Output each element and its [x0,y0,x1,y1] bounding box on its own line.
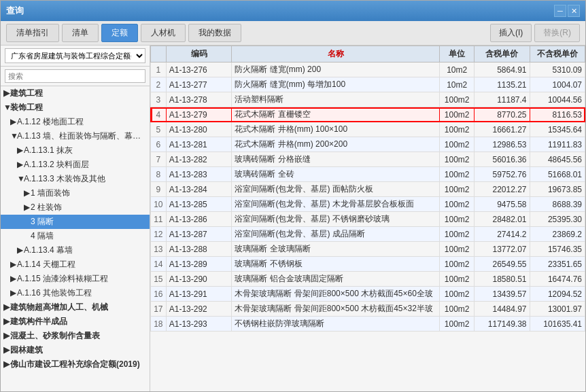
col-unit: 单位 [440,46,475,63]
quota-select[interactable]: 广东省房屋建筑与装饰工程综合定额(2018) [5,48,145,63]
search-input[interactable] [5,69,145,83]
title-bar: 查询 ─ ✕ [1,1,585,21]
cell-num: 12 [151,227,167,242]
cell-price-notax: 19673.85 [530,182,585,197]
table-row[interactable]: 4 A1-13-279 花式木隔断 直栅镂空 100m2 8770.25 811… [151,107,585,122]
cell-name: 防火隔断 缝宽(mm) 200 [232,63,440,77]
cell-price-tax: 22012.27 [475,182,530,197]
cell-code: A1-13-284 [166,182,232,197]
table-row[interactable]: 6 A1-13-281 花式木隔断 井格(mm) 200×200 100m2 1… [151,137,585,152]
table-row[interactable]: 5 A1-13-280 花式木隔断 井格(mm) 100×100 100m2 1… [151,122,585,137]
tree-item[interactable]: 3 隔断 [1,215,150,229]
tree-item[interactable]: ▶A.1.13.2 块料面层 [1,158,150,172]
table-row[interactable]: 8 A1-13-283 玻璃砖隔断 全砖 100m2 59752.76 5166… [151,167,585,182]
search-bar [1,67,150,86]
col-price-tax: 含税单价 [475,46,530,63]
cell-num: 18 [151,317,167,332]
tree-item[interactable]: ▶A.1.14 天棚工程 [1,257,150,272]
table-row[interactable]: 10 A1-13-285 浴室间隔断(包龙骨、基层) 木龙骨基层胶合板板面 10… [151,197,585,212]
table-row[interactable]: 15 A1-13-290 玻璃隔断 铝合金玻璃固定隔断 100m2 18580.… [151,272,585,287]
cell-price-notax: 25395.30 [530,212,585,227]
dropdown-bar: 广东省房屋建筑与装饰工程综合定额(2018) [1,46,150,67]
cell-code: A1-13-285 [166,197,232,212]
tree-item[interactable]: ▶A.1.12 楼地面工程 [1,115,150,129]
table-row[interactable]: 14 A1-13-289 玻璃隔断 不锈钢板 100m2 26549.55 23… [151,257,585,272]
edit-button[interactable]: 替换(R) [534,24,580,42]
table-row[interactable]: 12 A1-13-287 浴室间隔断(包龙骨、基层) 成品隔断 100m2 27… [151,227,585,242]
tree-item[interactable]: ▶园林建筑 [1,343,150,357]
tab-qingdan[interactable]: 清单 [62,24,99,42]
table-row[interactable]: 7 A1-13-282 玻璃砖隔断 分格嵌缝 100m2 56016.36 48… [151,152,585,167]
tree-item[interactable]: ▶混凝土、砂浆制作含量表 [1,329,150,343]
tree-item[interactable]: ▶建筑物超高增加人工、机械 [1,300,150,315]
tree-item[interactable]: ▶佛山市建设工程补充综合定额(2019) [1,357,150,372]
cell-price-notax: 8688.39 [530,197,585,212]
cell-unit: 100m2 [440,197,475,212]
cell-name: 木骨架玻璃隔断 骨架间距800×500 木枋截面45×32半玻 [232,302,440,317]
table-row[interactable]: 17 A1-13-292 木骨架玻璃隔断 骨架间距800×500 木枋截面45×… [151,302,585,317]
cell-price-notax: 10044.56 [530,92,585,107]
cell-price-tax: 8770.25 [475,107,530,122]
cell-code: A1-13-287 [166,227,232,242]
tree-item[interactable]: ▶建筑工程 [1,86,150,101]
tab-dingers[interactable]: 定额 [101,24,138,42]
tree-item[interactable]: ▶建筑构件半成品 [1,315,150,329]
close-button[interactable]: ✕ [568,5,580,17]
col-code: 编码 [166,46,232,63]
cell-num: 11 [151,212,167,227]
data-table: 编码 名称 单位 含税单价 不含税单价 1 A1-13-276 防火隔断 缝宽(… [150,46,585,332]
minimize-button[interactable]: ─ [554,5,566,17]
tree-item[interactable]: ▶A.1.16 其他装饰工程 [1,286,150,300]
cell-unit: 100m2 [440,242,475,257]
tree-item[interactable]: ▶A.1.15 油漆涂料裱糊工程 [1,272,150,286]
table-row[interactable]: 3 A1-13-278 活动塑料隔断 100m2 11187.4 10044.5… [151,92,585,107]
cell-unit: 100m2 [440,227,475,242]
cell-num: 2 [151,77,167,92]
insert-button[interactable]: 插入(I) [490,24,532,42]
tree-item[interactable]: ▶2 柱装饰 [1,200,150,215]
tree-item[interactable]: ▶A.1.13.4 幕墙 [1,243,150,257]
cell-code: A1-13-278 [166,92,232,107]
tree-item[interactable]: ▶A.1.13.1 抹灰 [1,143,150,158]
right-panel: 编码 名称 单位 含税单价 不含税单价 1 A1-13-276 防火隔断 缝宽(… [150,46,585,391]
cell-price-tax: 59752.76 [475,167,530,182]
cell-price-notax: 23869.2 [530,227,585,242]
cell-price-tax: 26549.55 [475,257,530,272]
cell-code: A1-13-277 [166,77,232,92]
cell-name: 玻璃隔断 铝合金玻璃固定隔断 [232,272,440,287]
cell-unit: 100m2 [440,152,475,167]
tab-mydata[interactable]: 我的数据 [188,24,241,42]
cell-code: A1-13-286 [166,212,232,227]
table-row[interactable]: 2 A1-13-277 防火隔断 缝宽(mm) 每增加100 10m2 1135… [151,77,585,92]
table-row[interactable]: 9 A1-13-284 浴室间隔断(包龙骨、基层) 面帖防火板 100m2 22… [151,182,585,197]
cell-code: A1-13-279 [166,107,232,122]
table-row[interactable]: 11 A1-13-286 浴室间隔断(包龙骨、基层) 不锈钢磨砂玻璃 100m2… [151,212,585,227]
tree: ▶建筑工程▼装饰工程▶A.1.12 楼地面工程▼A.1.13 墙、柱面装饰与隔断… [1,86,150,391]
cell-unit: 10m2 [440,63,475,77]
cell-price-notax: 1004.07 [530,77,585,92]
cell-num: 16 [151,287,167,302]
cell-num: 7 [151,152,167,167]
tree-item[interactable]: ▶1 墙面装饰 [1,186,150,200]
table-row[interactable]: 1 A1-13-276 防火隔断 缝宽(mm) 200 10m2 5864.91… [151,63,585,77]
cell-price-tax: 9475.58 [475,197,530,212]
table-row[interactable]: 13 A1-13-288 玻璃隔断 全玻璃隔断 100m2 13772.07 1… [151,242,585,257]
cell-unit: 100m2 [440,257,475,272]
cell-name: 浴室间隔断(包龙骨、基层) 成品隔断 [232,227,440,242]
cell-unit: 10m2 [440,77,475,92]
tree-item[interactable]: ▼装饰工程 [1,101,150,115]
cell-price-tax: 56016.36 [475,152,530,167]
tab-rencaiji[interactable]: 人材机 [141,24,186,42]
table-row[interactable]: 18 A1-13-293 不锈钢柱嵌防弹玻璃隔断 100m2 117149.38… [151,317,585,332]
cell-price-notax: 23351.65 [530,257,585,272]
tab-qingdan-zhiyin[interactable]: 清单指引 [6,24,59,42]
cell-unit: 100m2 [440,107,475,122]
tree-item[interactable]: ▼A.1.13.3 木装饰及其他 [1,172,150,186]
cell-price-notax: 15345.64 [530,122,585,137]
cell-code: A1-13-281 [166,137,232,152]
cell-code: A1-13-292 [166,302,232,317]
tree-item[interactable]: ▼A.1.13 墙、柱面装饰与隔断、幕墙工程 [1,129,150,143]
table-wrapper[interactable]: 编码 名称 单位 含税单价 不含税单价 1 A1-13-276 防火隔断 缝宽(… [150,46,585,391]
tree-item[interactable]: 4 隔墙 [1,229,150,243]
table-row[interactable]: 16 A1-13-291 木骨架玻璃隔断 骨架间距800×500 木枋截面45×… [151,287,585,302]
